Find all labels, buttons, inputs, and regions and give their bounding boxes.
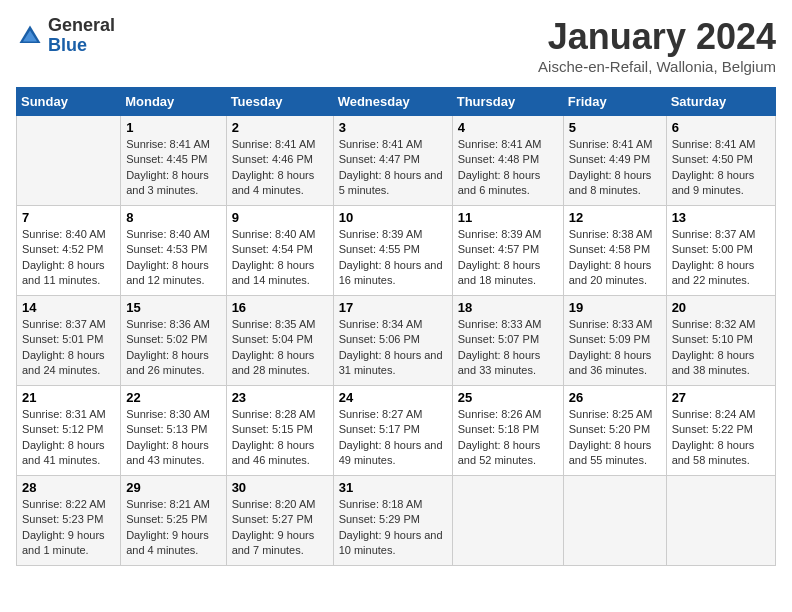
day-info: Sunrise: 8:25 AMSunset: 5:20 PMDaylight:… [569, 407, 661, 469]
calendar-cell: 7Sunrise: 8:40 AMSunset: 4:52 PMDaylight… [17, 206, 121, 296]
day-number: 11 [458, 210, 558, 225]
calendar-cell: 18Sunrise: 8:33 AMSunset: 5:07 PMDayligh… [452, 296, 563, 386]
calendar-header-row: SundayMondayTuesdayWednesdayThursdayFrid… [17, 88, 776, 116]
day-info: Sunrise: 8:30 AMSunset: 5:13 PMDaylight:… [126, 407, 220, 469]
calendar-cell [563, 476, 666, 566]
calendar-cell: 16Sunrise: 8:35 AMSunset: 5:04 PMDayligh… [226, 296, 333, 386]
day-number: 27 [672, 390, 770, 405]
calendar-cell: 19Sunrise: 8:33 AMSunset: 5:09 PMDayligh… [563, 296, 666, 386]
calendar-cell: 6Sunrise: 8:41 AMSunset: 4:50 PMDaylight… [666, 116, 775, 206]
logo: General Blue [16, 16, 115, 56]
weekday-header: Friday [563, 88, 666, 116]
calendar-cell: 3Sunrise: 8:41 AMSunset: 4:47 PMDaylight… [333, 116, 452, 206]
day-number: 24 [339, 390, 447, 405]
calendar-cell: 17Sunrise: 8:34 AMSunset: 5:06 PMDayligh… [333, 296, 452, 386]
day-number: 30 [232, 480, 328, 495]
weekday-header: Wednesday [333, 88, 452, 116]
day-info: Sunrise: 8:41 AMSunset: 4:48 PMDaylight:… [458, 137, 558, 199]
calendar-cell: 29Sunrise: 8:21 AMSunset: 5:25 PMDayligh… [121, 476, 226, 566]
day-number: 17 [339, 300, 447, 315]
day-number: 31 [339, 480, 447, 495]
calendar-cell: 20Sunrise: 8:32 AMSunset: 5:10 PMDayligh… [666, 296, 775, 386]
day-number: 16 [232, 300, 328, 315]
calendar-cell: 13Sunrise: 8:37 AMSunset: 5:00 PMDayligh… [666, 206, 775, 296]
day-number: 10 [339, 210, 447, 225]
day-number: 6 [672, 120, 770, 135]
day-number: 2 [232, 120, 328, 135]
day-number: 1 [126, 120, 220, 135]
calendar-week-row: 7Sunrise: 8:40 AMSunset: 4:52 PMDaylight… [17, 206, 776, 296]
calendar-cell: 31Sunrise: 8:18 AMSunset: 5:29 PMDayligh… [333, 476, 452, 566]
calendar-cell: 1Sunrise: 8:41 AMSunset: 4:45 PMDaylight… [121, 116, 226, 206]
calendar-cell: 24Sunrise: 8:27 AMSunset: 5:17 PMDayligh… [333, 386, 452, 476]
day-info: Sunrise: 8:37 AMSunset: 5:00 PMDaylight:… [672, 227, 770, 289]
weekday-header: Saturday [666, 88, 775, 116]
day-info: Sunrise: 8:32 AMSunset: 5:10 PMDaylight:… [672, 317, 770, 379]
day-info: Sunrise: 8:41 AMSunset: 4:47 PMDaylight:… [339, 137, 447, 199]
day-info: Sunrise: 8:41 AMSunset: 4:49 PMDaylight:… [569, 137, 661, 199]
day-info: Sunrise: 8:41 AMSunset: 4:46 PMDaylight:… [232, 137, 328, 199]
day-info: Sunrise: 8:40 AMSunset: 4:52 PMDaylight:… [22, 227, 115, 289]
day-number: 22 [126, 390, 220, 405]
day-info: Sunrise: 8:39 AMSunset: 4:55 PMDaylight:… [339, 227, 447, 289]
day-info: Sunrise: 8:40 AMSunset: 4:53 PMDaylight:… [126, 227, 220, 289]
logo-icon [16, 22, 44, 50]
calendar-cell: 25Sunrise: 8:26 AMSunset: 5:18 PMDayligh… [452, 386, 563, 476]
day-info: Sunrise: 8:31 AMSunset: 5:12 PMDaylight:… [22, 407, 115, 469]
day-number: 20 [672, 300, 770, 315]
day-info: Sunrise: 8:36 AMSunset: 5:02 PMDaylight:… [126, 317, 220, 379]
calendar-week-row: 28Sunrise: 8:22 AMSunset: 5:23 PMDayligh… [17, 476, 776, 566]
day-number: 5 [569, 120, 661, 135]
calendar-cell: 9Sunrise: 8:40 AMSunset: 4:54 PMDaylight… [226, 206, 333, 296]
calendar-cell: 28Sunrise: 8:22 AMSunset: 5:23 PMDayligh… [17, 476, 121, 566]
calendar-cell: 22Sunrise: 8:30 AMSunset: 5:13 PMDayligh… [121, 386, 226, 476]
calendar-week-row: 14Sunrise: 8:37 AMSunset: 5:01 PMDayligh… [17, 296, 776, 386]
day-info: Sunrise: 8:40 AMSunset: 4:54 PMDaylight:… [232, 227, 328, 289]
calendar-cell: 12Sunrise: 8:38 AMSunset: 4:58 PMDayligh… [563, 206, 666, 296]
day-info: Sunrise: 8:28 AMSunset: 5:15 PMDaylight:… [232, 407, 328, 469]
day-info: Sunrise: 8:20 AMSunset: 5:27 PMDaylight:… [232, 497, 328, 559]
day-number: 8 [126, 210, 220, 225]
logo-text: General Blue [48, 16, 115, 56]
day-info: Sunrise: 8:41 AMSunset: 4:50 PMDaylight:… [672, 137, 770, 199]
day-number: 19 [569, 300, 661, 315]
calendar-cell: 5Sunrise: 8:41 AMSunset: 4:49 PMDaylight… [563, 116, 666, 206]
day-info: Sunrise: 8:26 AMSunset: 5:18 PMDaylight:… [458, 407, 558, 469]
calendar-cell: 11Sunrise: 8:39 AMSunset: 4:57 PMDayligh… [452, 206, 563, 296]
day-number: 23 [232, 390, 328, 405]
weekday-header: Monday [121, 88, 226, 116]
calendar-cell: 23Sunrise: 8:28 AMSunset: 5:15 PMDayligh… [226, 386, 333, 476]
day-info: Sunrise: 8:27 AMSunset: 5:17 PMDaylight:… [339, 407, 447, 469]
calendar-cell: 26Sunrise: 8:25 AMSunset: 5:20 PMDayligh… [563, 386, 666, 476]
calendar-cell: 10Sunrise: 8:39 AMSunset: 4:55 PMDayligh… [333, 206, 452, 296]
calendar-cell: 4Sunrise: 8:41 AMSunset: 4:48 PMDaylight… [452, 116, 563, 206]
day-info: Sunrise: 8:22 AMSunset: 5:23 PMDaylight:… [22, 497, 115, 559]
calendar-cell: 14Sunrise: 8:37 AMSunset: 5:01 PMDayligh… [17, 296, 121, 386]
day-number: 26 [569, 390, 661, 405]
calendar-cell: 2Sunrise: 8:41 AMSunset: 4:46 PMDaylight… [226, 116, 333, 206]
calendar-cell [17, 116, 121, 206]
calendar-week-row: 21Sunrise: 8:31 AMSunset: 5:12 PMDayligh… [17, 386, 776, 476]
day-number: 28 [22, 480, 115, 495]
day-number: 21 [22, 390, 115, 405]
day-number: 7 [22, 210, 115, 225]
calendar-cell: 30Sunrise: 8:20 AMSunset: 5:27 PMDayligh… [226, 476, 333, 566]
day-number: 12 [569, 210, 661, 225]
day-number: 3 [339, 120, 447, 135]
calendar-cell [666, 476, 775, 566]
day-info: Sunrise: 8:34 AMSunset: 5:06 PMDaylight:… [339, 317, 447, 379]
day-info: Sunrise: 8:18 AMSunset: 5:29 PMDaylight:… [339, 497, 447, 559]
calendar-week-row: 1Sunrise: 8:41 AMSunset: 4:45 PMDaylight… [17, 116, 776, 206]
weekday-header: Thursday [452, 88, 563, 116]
calendar-cell: 27Sunrise: 8:24 AMSunset: 5:22 PMDayligh… [666, 386, 775, 476]
day-number: 29 [126, 480, 220, 495]
calendar-cell: 21Sunrise: 8:31 AMSunset: 5:12 PMDayligh… [17, 386, 121, 476]
day-info: Sunrise: 8:33 AMSunset: 5:07 PMDaylight:… [458, 317, 558, 379]
day-number: 9 [232, 210, 328, 225]
calendar-cell: 8Sunrise: 8:40 AMSunset: 4:53 PMDaylight… [121, 206, 226, 296]
weekday-header: Tuesday [226, 88, 333, 116]
location-subtitle: Aische-en-Refail, Wallonia, Belgium [538, 58, 776, 75]
calendar-cell [452, 476, 563, 566]
day-number: 25 [458, 390, 558, 405]
title-block: January 2024 Aische-en-Refail, Wallonia,… [538, 16, 776, 75]
